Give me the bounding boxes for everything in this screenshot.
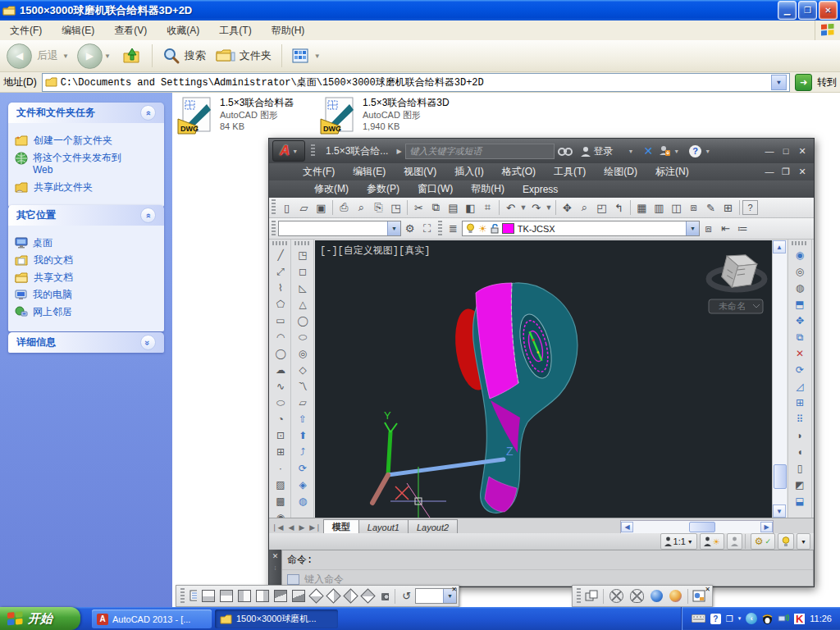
hscroll-thumb[interactable] xyxy=(689,522,715,532)
polysolid-icon[interactable]: ◳ xyxy=(294,247,312,263)
autoscale-button[interactable] xyxy=(727,533,742,550)
publish-folder-link[interactable]: 将这个文件夹发布到 Web xyxy=(15,152,138,176)
status-bulb-icon[interactable] xyxy=(778,533,794,550)
command-window[interactable]: 命令: 键入命令 xyxy=(281,550,814,587)
file-name[interactable]: 1.5×3联合给料器3D xyxy=(363,97,450,109)
planar-surface-icon[interactable]: ▱ xyxy=(294,395,312,411)
ellipse-arc-icon[interactable]: ◔ xyxy=(272,411,290,427)
layer-states-icon[interactable]: ≔ xyxy=(734,221,751,237)
ac-menu-insert[interactable]: 插入(I) xyxy=(445,165,492,179)
vscroll-thumb[interactable] xyxy=(774,464,787,489)
publish-icon[interactable]: ◳ xyxy=(387,199,404,216)
viewcube[interactable]: 未命名 xyxy=(709,251,765,313)
start-button[interactable]: 开始 xyxy=(0,607,80,630)
subtract-icon[interactable]: ◎ xyxy=(791,263,809,280)
ac-menu-draw[interactable]: 绘图(D) xyxy=(595,165,646,179)
taskbar-item-folder[interactable]: 1500×3000球磨机... xyxy=(215,609,338,628)
details-header[interactable]: 详细信息 » xyxy=(8,332,164,353)
properties-icon[interactable]: ▦ xyxy=(633,199,651,216)
front-view-icon[interactable] xyxy=(274,590,287,602)
extrude-icon[interactable]: ⬆ xyxy=(294,427,312,444)
tab-prev-icon[interactable]: ◀ xyxy=(285,520,296,534)
zoom-previous-icon[interactable]: ↰ xyxy=(610,199,628,216)
polyline-icon[interactable]: ⌇ xyxy=(272,280,290,296)
my-documents-link[interactable]: 我的文档 xyxy=(15,254,158,267)
ac-menu-parametric[interactable]: 参数(P) xyxy=(358,182,409,196)
zoom-window-icon[interactable]: ◰ xyxy=(593,199,610,216)
pyramid-icon[interactable]: ◇ xyxy=(294,362,312,378)
tab-layout1[interactable]: Layout1 xyxy=(358,519,409,534)
hidden-style-icon[interactable] xyxy=(630,589,644,603)
restore-button[interactable]: ❐ xyxy=(798,1,817,20)
print-preview-icon[interactable]: ⌕ xyxy=(353,199,370,216)
cut-icon[interactable]: ✂ xyxy=(410,199,427,216)
box-icon[interactable]: ◻ xyxy=(294,263,312,280)
address-input[interactable]: C:\Documents and Settings\Administrator\… xyxy=(42,73,790,92)
ne-isometric-icon[interactable] xyxy=(344,588,358,603)
move-faces-icon[interactable]: ✥ xyxy=(791,313,809,329)
command-window-grip[interactable]: ✕ ⁞ xyxy=(269,550,281,587)
left-view-icon[interactable] xyxy=(238,590,251,602)
redo-icon[interactable]: ↷ xyxy=(527,199,545,216)
ime-help-icon[interactable]: ? xyxy=(710,614,721,624)
workspace-switching-icon[interactable]: ⚙✓ xyxy=(751,533,775,550)
help-button-icon[interactable]: ? xyxy=(742,200,758,215)
up-button[interactable] xyxy=(117,43,147,69)
autocad-app-button[interactable]: A▼ xyxy=(272,140,305,162)
status-menu-icon[interactable]: ▼ xyxy=(797,533,810,550)
command-prompt[interactable]: 命令: xyxy=(282,550,813,570)
taskbar-item-autocad[interactable]: A AutoCAD 2013 - [... xyxy=(92,609,212,628)
exchange-apps-icon[interactable]: ✕ xyxy=(643,144,653,158)
tab-model[interactable]: 模型 xyxy=(323,519,359,534)
camera-icon[interactable] xyxy=(380,590,389,602)
tab-last-icon[interactable]: ▶❘ xyxy=(307,520,323,534)
hatch-icon[interactable]: ▨ xyxy=(272,477,290,493)
presspull-icon[interactable]: ⇧ xyxy=(294,411,312,427)
menu-favorites[interactable]: 收藏(A) xyxy=(157,21,209,40)
view-previous-icon[interactable]: ↺ xyxy=(398,588,415,605)
help-search-input[interactable] xyxy=(405,144,555,159)
color-edges-icon[interactable]: ◖ xyxy=(791,444,809,460)
viewport-controls-label[interactable]: [-][自定义视图][真实] xyxy=(320,244,430,258)
qq-icon[interactable] xyxy=(762,613,773,624)
scroll-left-icon[interactable]: ◀ xyxy=(621,522,633,532)
doc-restore-button[interactable]: ❐ xyxy=(778,167,794,177)
share-folder-link[interactable]: 共享此文件夹 xyxy=(15,181,158,194)
views-dropdown-icon[interactable]: ▼ xyxy=(314,52,321,60)
title-expand-icon[interactable]: ▶ xyxy=(396,148,401,155)
tab-first-icon[interactable]: ❘◀ xyxy=(269,520,285,534)
toolbar-close-icon[interactable]: ✕ xyxy=(451,587,457,593)
rectangle-icon[interactable]: ▭ xyxy=(272,313,290,329)
cylinder-icon[interactable]: ⬭ xyxy=(294,329,312,345)
spline-icon[interactable]: ∿ xyxy=(272,378,290,395)
toolpalettes-icon[interactable]: ◫ xyxy=(668,199,685,216)
copy-edges-icon[interactable]: ◗ xyxy=(791,427,809,444)
back-dropdown-icon[interactable]: ▼ xyxy=(62,52,69,60)
views-button[interactable]: ▼ xyxy=(287,43,326,69)
search-button[interactable]: 搜索 xyxy=(158,43,211,69)
viewcube-home-button[interactable]: 未命名 xyxy=(719,301,746,311)
offset-faces-icon[interactable]: ⧉ xyxy=(791,329,809,345)
pan-icon[interactable]: ✥ xyxy=(559,199,576,216)
layer-on-bulb-icon[interactable] xyxy=(466,223,475,234)
undo-dropdown-icon[interactable]: ▼ xyxy=(519,199,527,216)
network-places-link[interactable]: 网上邻居 xyxy=(15,306,158,318)
color-faces-icon[interactable]: ⠿ xyxy=(791,411,809,427)
file-tasks-header[interactable]: 文件和文件夹任务 » xyxy=(8,103,164,123)
nw-isometric-icon[interactable] xyxy=(361,588,376,603)
ac-menu-dimension[interactable]: 标注(N) xyxy=(646,165,698,179)
taper-faces-icon[interactable]: ◿ xyxy=(791,378,809,395)
other-places-header[interactable]: 其它位置 » xyxy=(8,205,164,226)
sw-isometric-icon[interactable] xyxy=(309,588,324,603)
make-object-layer-current-icon[interactable]: ⧈ xyxy=(700,221,717,237)
comm-dropdown-icon[interactable]: ▼ xyxy=(673,148,679,154)
se-isometric-icon[interactable] xyxy=(326,588,341,603)
scroll-right-icon[interactable]: ▶ xyxy=(760,522,773,532)
ac-menu-express[interactable]: Express xyxy=(514,184,567,195)
ucs-dialog-icon[interactable]: ⛶ xyxy=(418,221,436,237)
file-item-2d[interactable]: DWG 1.5×3联合给料器 AutoCAD 图形 84 KB xyxy=(177,97,315,135)
ac-menu-format[interactable]: 格式(O) xyxy=(493,165,545,179)
desktop-link[interactable]: 桌面 xyxy=(15,237,158,249)
menu-view[interactable]: 查看(V) xyxy=(104,21,157,40)
polygon-icon[interactable]: ⬠ xyxy=(272,296,290,313)
